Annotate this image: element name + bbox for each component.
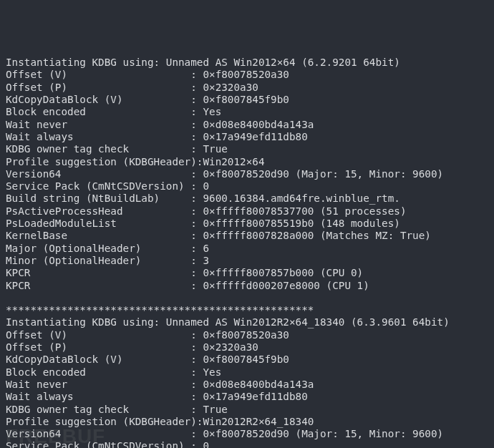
kdbg-field-line: Block encoded : Yes — [6, 106, 488, 118]
kdbg-field-line: KDBG owner tag check : True — [6, 143, 488, 155]
kdbg-field-line: Major (OptionalHeader) : 6 — [6, 243, 488, 255]
kdbg-field-line: Offset (P) : 0×2320a30 — [6, 341, 488, 354]
divider-line: ****************************************… — [6, 304, 488, 316]
kdbg-field-line: KPCR : 0×fffffd000207e8000 (CPU 1) — [6, 280, 488, 292]
kdbg-field-line: PsLoadedModuleList : 0×fffff800785519b0 … — [6, 218, 488, 230]
kdbg-field-line: Offset (V) : 0×f80078520a30 — [6, 69, 488, 81]
blank-line — [6, 292, 488, 304]
kdbg-header-line: Instantiating KDBG using: Unnamed AS Win… — [6, 316, 488, 328]
kdbg-field-line: Build string (NtBuildLab) : 9600.16384.a… — [6, 193, 488, 205]
kdbg-field-line: Wait never : 0×d08e8400bd4a143a — [6, 119, 488, 131]
kdbg-field-line: Wait never : 0×d08e8400bd4a143a — [6, 379, 488, 391]
terminal-output: Instantiating KDBG using: Unnamed AS Win… — [6, 57, 488, 448]
kdbg-field-line: Wait always : 0×17a949efd11db80 — [6, 131, 488, 143]
kdbg-field-line: Service Pack (CmNtCSDVersion) : 0 — [6, 440, 488, 448]
kdbg-field-line: Version64 : 0×f80078520d90 (Major: 15, M… — [6, 428, 488, 440]
kdbg-field-line: KPCR : 0×fffff8007857b000 (CPU 0) — [6, 267, 488, 279]
kdbg-header-line: Instantiating KDBG using: Unnamed AS Win… — [6, 57, 488, 69]
kdbg-field-line: Profile suggestion (KDBGHeader):Win2012R… — [6, 416, 488, 428]
kdbg-field-line: Profile suggestion (KDBGHeader):Win2012×… — [6, 156, 488, 168]
kdbg-field-line: KDBG owner tag check : True — [6, 404, 488, 416]
kdbg-field-line: Minor (OptionalHeader) : 3 — [6, 255, 488, 267]
kdbg-field-line: Block encoded : Yes — [6, 366, 488, 379]
kdbg-field-line: Wait always : 0×17a949efd11db80 — [6, 391, 488, 403]
kdbg-field-line: KdCopyDataBlock (V) : 0×f8007845f9b0 — [6, 354, 488, 366]
kdbg-field-line: KdCopyDataBlock (V) : 0×f8007845f9b0 — [6, 94, 488, 106]
kdbg-field-line: PsActiveProcessHead : 0×fffff80078537700… — [6, 205, 488, 218]
kdbg-field-line: Offset (P) : 0×2320a30 — [6, 82, 488, 94]
kdbg-field-line: Service Pack (CmNtCSDVersion) : 0 — [6, 180, 488, 193]
kdbg-field-line: KernelBase : 0×fffff8007828a000 (Matches… — [6, 230, 488, 242]
kdbg-field-line: Version64 : 0×f80078520d90 (Major: 15, M… — [6, 168, 488, 180]
kdbg-field-line: Offset (V) : 0×f80078520a30 — [6, 329, 488, 341]
